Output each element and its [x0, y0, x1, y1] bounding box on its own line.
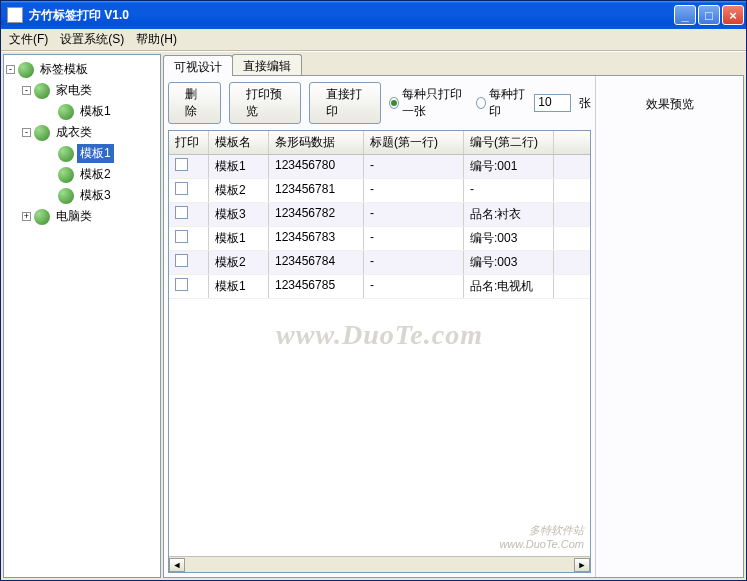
- direct-print-button[interactable]: 直接打印: [309, 82, 381, 124]
- window-title: 方竹标签打印 V1.0: [29, 7, 674, 24]
- cell-barcode: 123456783: [269, 227, 364, 250]
- cell-serial: 品名:电视机: [464, 275, 554, 298]
- tab-content: 删除 打印预览 直接打印 每种只打印一张 每种打印 10 张: [163, 76, 744, 578]
- cell-barcode: 123456782: [269, 203, 364, 226]
- category-icon: [34, 125, 50, 141]
- tree-template[interactable]: 模板2: [77, 165, 114, 184]
- maximize-button[interactable]: □: [698, 5, 720, 25]
- tree-template-selected[interactable]: 模板1: [77, 144, 114, 163]
- menu-bar: 文件(F) 设置系统(S) 帮助(H): [1, 29, 746, 51]
- col-title[interactable]: 标题(第一行): [364, 131, 464, 154]
- folder-icon: [18, 62, 34, 78]
- table-row[interactable]: 模板3123456782-品名:衬衣: [169, 203, 590, 227]
- cell-barcode: 123456785: [269, 275, 364, 298]
- cell-title: -: [364, 227, 464, 250]
- checkbox-icon[interactable]: [175, 158, 188, 171]
- title-bar: 方竹标签打印 V1.0 _ □ ×: [1, 1, 746, 29]
- radio-print-each[interactable]: 每种打印: [476, 86, 526, 120]
- col-barcode[interactable]: 条形码数据: [269, 131, 364, 154]
- cell-title: -: [364, 275, 464, 298]
- cell-title: -: [364, 251, 464, 274]
- table-row[interactable]: 模板2123456781--: [169, 179, 590, 203]
- cell-template: 模板1: [209, 155, 269, 178]
- minimize-button[interactable]: _: [674, 5, 696, 25]
- toolbar: 删除 打印预览 直接打印 每种只打印一张 每种打印 10 张: [168, 82, 591, 130]
- tree-template[interactable]: 模板1: [77, 102, 114, 121]
- tree-category[interactable]: 成衣类: [53, 123, 95, 142]
- checkbox-icon[interactable]: [175, 254, 188, 267]
- menu-settings[interactable]: 设置系统(S): [56, 29, 128, 50]
- close-button[interactable]: ×: [722, 5, 744, 25]
- preview-label: 效果预览: [600, 96, 739, 113]
- copies-input[interactable]: 10: [534, 94, 571, 112]
- expand-icon[interactable]: -: [22, 86, 31, 95]
- horizontal-scrollbar[interactable]: ◄ ►: [169, 556, 590, 572]
- cell-serial: 编号:003: [464, 227, 554, 250]
- scroll-right-icon[interactable]: ►: [574, 558, 590, 572]
- checkbox-icon[interactable]: [175, 230, 188, 243]
- corner-watermark: 多特软件站www.DuoTe.Com: [499, 523, 584, 550]
- cell-title: -: [364, 155, 464, 178]
- delete-button[interactable]: 删除: [168, 82, 221, 124]
- cell-template: 模板1: [209, 227, 269, 250]
- center-pane: 删除 打印预览 直接打印 每种只打印一张 每种打印 10 张: [164, 76, 595, 577]
- watermark: www.DuoTe.com: [276, 319, 483, 351]
- radio-icon: [389, 97, 399, 109]
- main-area: - 标签模板 - 家电类 模板1 - 成衣类: [1, 51, 746, 580]
- table-row[interactable]: 模板1123456785-品名:电视机: [169, 275, 590, 299]
- print-checkbox-cell[interactable]: [169, 227, 209, 250]
- print-checkbox-cell[interactable]: [169, 179, 209, 202]
- radio-icon: [476, 97, 486, 109]
- radio-print-one[interactable]: 每种只打印一张: [389, 86, 468, 120]
- print-checkbox-cell[interactable]: [169, 275, 209, 298]
- table-row[interactable]: 模板2123456784-编号:003: [169, 251, 590, 275]
- template-icon: [58, 146, 74, 162]
- cell-serial: 品名:衬衣: [464, 203, 554, 226]
- cell-template: 模板2: [209, 179, 269, 202]
- table-row[interactable]: 模板1123456783-编号:003: [169, 227, 590, 251]
- menu-help[interactable]: 帮助(H): [132, 29, 181, 50]
- tree-root-label[interactable]: 标签模板: [37, 60, 91, 79]
- cell-serial: 编号:003: [464, 251, 554, 274]
- window-buttons: _ □ ×: [674, 5, 744, 25]
- expand-icon[interactable]: -: [22, 128, 31, 137]
- tab-visual-design[interactable]: 可视设计: [163, 55, 233, 76]
- data-grid: 打印 模板名 条形码数据 标题(第一行) 编号(第二行) 模板112345678…: [168, 130, 591, 573]
- expand-icon[interactable]: -: [6, 65, 15, 74]
- checkbox-icon[interactable]: [175, 206, 188, 219]
- tree-template[interactable]: 模板3: [77, 186, 114, 205]
- tab-direct-edit[interactable]: 直接编辑: [232, 54, 302, 75]
- preview-pane: 效果预览: [595, 76, 743, 577]
- print-checkbox-cell[interactable]: [169, 155, 209, 178]
- print-checkbox-cell[interactable]: [169, 203, 209, 226]
- radio-label: 每种打印: [489, 86, 526, 120]
- col-print[interactable]: 打印: [169, 131, 209, 154]
- cell-title: -: [364, 203, 464, 226]
- table-row[interactable]: 模板1123456780-编号:001: [169, 155, 590, 179]
- grid-body[interactable]: 模板1123456780-编号:001模板2123456781--模板31234…: [169, 155, 590, 556]
- cell-template: 模板3: [209, 203, 269, 226]
- tree-category[interactable]: 电脑类: [53, 207, 95, 226]
- col-template[interactable]: 模板名: [209, 131, 269, 154]
- checkbox-icon[interactable]: [175, 182, 188, 195]
- expand-icon[interactable]: +: [22, 212, 31, 221]
- scroll-left-icon[interactable]: ◄: [169, 558, 185, 572]
- template-icon: [58, 104, 74, 120]
- cell-barcode: 123456781: [269, 179, 364, 202]
- tab-strip: 可视设计 直接编辑: [163, 54, 744, 76]
- menu-file[interactable]: 文件(F): [5, 29, 52, 50]
- tree-category[interactable]: 家电类: [53, 81, 95, 100]
- print-checkbox-cell[interactable]: [169, 251, 209, 274]
- cell-barcode: 123456784: [269, 251, 364, 274]
- cell-template: 模板2: [209, 251, 269, 274]
- print-preview-button[interactable]: 打印预览: [229, 82, 301, 124]
- col-serial[interactable]: 编号(第二行): [464, 131, 554, 154]
- template-tree[interactable]: - 标签模板 - 家电类 模板1 - 成衣类: [3, 54, 161, 578]
- grid-header: 打印 模板名 条形码数据 标题(第一行) 编号(第二行): [169, 131, 590, 155]
- cell-title: -: [364, 179, 464, 202]
- checkbox-icon[interactable]: [175, 278, 188, 291]
- category-icon: [34, 83, 50, 99]
- cell-barcode: 123456780: [269, 155, 364, 178]
- radio-label: 每种只打印一张: [402, 86, 468, 120]
- template-icon: [58, 167, 74, 183]
